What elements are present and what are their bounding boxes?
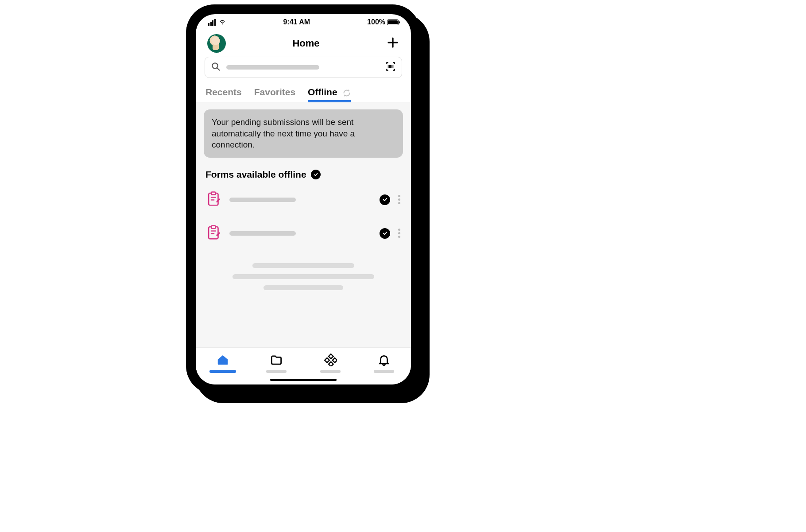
status-right: 100% xyxy=(367,18,399,26)
tabbar-apps[interactable] xyxy=(315,353,346,373)
offline-form-row[interactable] xyxy=(204,188,403,221)
svg-rect-12 xyxy=(332,358,337,363)
synced-badge-icon xyxy=(380,194,390,205)
svg-rect-10 xyxy=(329,354,333,359)
tabbar-label-skeleton xyxy=(209,370,236,373)
content-area: Your pending submissions will be sent au… xyxy=(196,102,411,347)
svg-rect-3 xyxy=(211,192,216,194)
avatar[interactable] xyxy=(207,34,226,53)
status-left xyxy=(208,17,226,27)
form-title-skeleton xyxy=(229,231,296,236)
tabbar-label-skeleton xyxy=(374,370,394,373)
section-title: Forms available offline xyxy=(205,169,306,180)
tabbar-files[interactable] xyxy=(261,353,292,373)
tabbar-label-skeleton xyxy=(320,370,341,373)
bottom-tab-bar xyxy=(196,347,411,384)
phone-frame: 9:41 AM 100% Home xyxy=(186,4,421,394)
battery-percent: 100% xyxy=(367,18,385,26)
offline-form-row[interactable] xyxy=(204,221,403,255)
svg-rect-13 xyxy=(329,362,333,366)
form-icon xyxy=(205,224,222,243)
search-container xyxy=(196,57,411,84)
search-placeholder-skeleton xyxy=(226,65,319,70)
search-icon xyxy=(210,61,221,74)
synced-badge-icon xyxy=(380,228,390,239)
phone-screen: 9:41 AM 100% Home xyxy=(196,14,411,384)
form-icon xyxy=(205,190,222,209)
svg-rect-11 xyxy=(325,358,329,363)
status-time: 9:41 AM xyxy=(283,18,310,26)
page-title: Home xyxy=(292,38,319,49)
wifi-icon xyxy=(218,17,226,27)
cellular-signal-icon xyxy=(208,19,216,26)
check-badge-icon xyxy=(311,170,321,179)
barcode-scan-icon[interactable] xyxy=(385,61,396,74)
form-title-skeleton xyxy=(229,198,296,202)
battery-icon xyxy=(387,19,399,25)
sync-icon[interactable] xyxy=(342,88,352,98)
tabbar-label-skeleton xyxy=(266,370,287,373)
tabs: Recents Favorites Offline xyxy=(196,84,411,102)
svg-line-1 xyxy=(217,68,220,70)
tabbar-notifications[interactable] xyxy=(368,353,399,373)
tab-recents[interactable]: Recents xyxy=(205,84,242,102)
tabbar-home[interactable] xyxy=(207,353,238,373)
svg-rect-7 xyxy=(211,225,216,228)
more-menu-button[interactable] xyxy=(397,193,401,206)
section-header-offline-forms: Forms available offline xyxy=(204,169,403,180)
tab-offline[interactable]: Offline xyxy=(308,84,337,102)
content-skeleton xyxy=(204,263,403,290)
home-indicator[interactable] xyxy=(270,379,337,381)
add-button[interactable] xyxy=(386,36,399,51)
tab-favorites[interactable]: Favorites xyxy=(254,84,295,102)
offline-info-banner: Your pending submissions will be sent au… xyxy=(204,109,403,158)
search-input[interactable] xyxy=(205,57,402,78)
more-menu-button[interactable] xyxy=(397,227,401,240)
app-header: Home xyxy=(196,30,411,57)
status-bar: 9:41 AM 100% xyxy=(196,14,411,30)
